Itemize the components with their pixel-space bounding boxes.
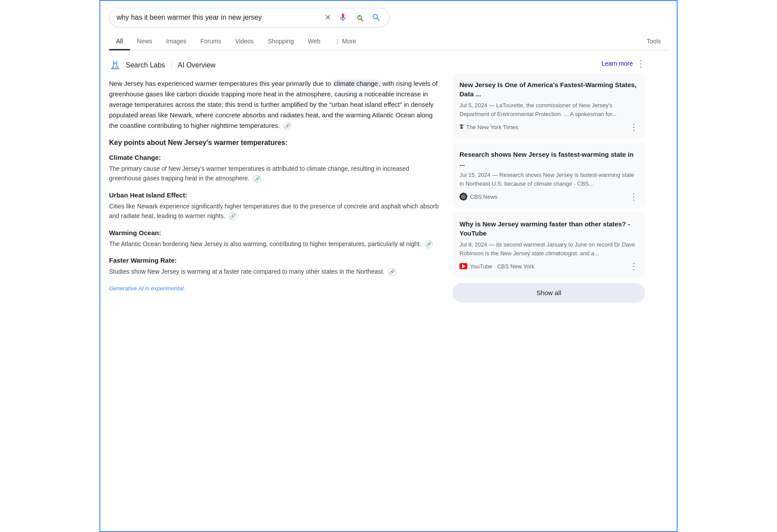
news-card-2[interactable]: Research shows New Jersey is fastest-war… xyxy=(452,143,645,208)
nav-tabs: All News Images Forums Videos Shopping W… xyxy=(109,33,668,50)
intro-source-link[interactable]: 🔗 xyxy=(283,122,291,130)
show-all-button[interactable]: Show all xyxy=(452,283,645,303)
ai-overview-title: AI Overview xyxy=(178,61,215,69)
tab-forums[interactable]: Forums xyxy=(194,33,228,50)
clear-button[interactable]: ✕ xyxy=(324,12,332,23)
ai-overview-header: Search Labs AI Overview xyxy=(109,59,442,71)
key-point-climate-change: Climate Change: The primary cause of New… xyxy=(109,154,442,183)
highlight-climate-change: climate change xyxy=(333,80,379,87)
ai-footer: Generative AI is experimental. xyxy=(109,285,442,292)
ai-intro-text: New Jersey has experienced warmer temper… xyxy=(109,78,442,131)
svg-point-2 xyxy=(359,15,360,17)
search-bar-row: ✕ xyxy=(109,8,668,27)
news-source-2: CBS News xyxy=(459,193,498,201)
microphone-button[interactable] xyxy=(337,12,349,23)
search-icon xyxy=(371,13,381,22)
key-point-3-link[interactable]: 🔗 xyxy=(425,240,433,248)
key-point-text-1: The primary cause of New Jersey's warmer… xyxy=(109,164,442,183)
key-point-2-link[interactable]: 🔗 xyxy=(229,212,237,220)
key-point-ocean: Warming Ocean: The Atlantic Ocean border… xyxy=(109,229,442,249)
yt-logo xyxy=(459,263,467,269)
lens-button[interactable] xyxy=(354,12,365,23)
key-point-title-4: Faster Warming Rate: xyxy=(109,257,442,264)
news-source-row-2: CBS News ⋮ xyxy=(459,192,638,201)
microphone-icon xyxy=(338,13,348,22)
card-2-more-button[interactable]: ⋮ xyxy=(629,192,638,201)
key-points-heading: Key points about New Jersey's warmer tem… xyxy=(109,139,442,147)
news-card-3[interactable]: Why is New Jersey warming faster than ot… xyxy=(452,212,645,278)
more-options-button[interactable]: ⋮ xyxy=(636,59,645,68)
news-source-label-2: CBS News xyxy=(470,194,498,200)
svg-point-8 xyxy=(463,196,464,197)
search-icons: ✕ xyxy=(324,12,382,23)
cbs-icon xyxy=(459,193,467,201)
svg-point-4 xyxy=(113,67,114,68)
card-3-more-button[interactable]: ⋮ xyxy=(629,262,638,271)
tab-shopping[interactable]: Shopping xyxy=(261,33,301,50)
right-panel: Learn more ⋮ New Jersey Is One of Americ… xyxy=(452,59,645,303)
tab-images[interactable]: Images xyxy=(159,33,194,50)
key-point-4-link[interactable]: 🔗 xyxy=(388,268,396,276)
key-point-text-3: The Atlantic Ocean bordering New Jersey … xyxy=(109,239,442,249)
nyt-icon: 𝕿 xyxy=(459,123,463,130)
yt-play-icon xyxy=(462,264,466,268)
right-header: Learn more ⋮ xyxy=(452,59,645,68)
news-snippet-3: Jul 9, 2024 — its second warmest January… xyxy=(459,240,638,257)
key-point-title-2: Urban Heat Island Effect: xyxy=(109,191,442,199)
news-source-1: 𝕿 The New York Times xyxy=(459,123,518,130)
news-source-row-3: YouTube · CBS New York ⋮ xyxy=(459,262,638,271)
key-point-text-2: Cities like Newark experience significan… xyxy=(109,201,442,221)
news-source-label-3: YouTube · CBS New York xyxy=(470,263,534,270)
key-point-1-link[interactable]: 🔗 xyxy=(253,175,261,183)
flask-icon xyxy=(109,59,121,71)
news-card-1[interactable]: New Jersey Is One of America's Fastest-W… xyxy=(452,73,645,138)
news-snippet-1: Jul 5, 2024 — LaTourette, the commission… xyxy=(459,101,638,118)
tab-web[interactable]: Web xyxy=(301,33,328,50)
learn-more-link[interactable]: Learn more xyxy=(601,60,633,67)
tab-all[interactable]: All xyxy=(109,33,130,50)
key-point-faster-warming: Faster Warming Rate: Studies show New Je… xyxy=(109,257,442,276)
search-input[interactable] xyxy=(117,14,324,21)
search-button[interactable] xyxy=(371,12,382,23)
tab-more[interactable]: ⋮ More xyxy=(327,33,363,50)
main-content: Search Labs AI Overview New Jersey has e… xyxy=(109,50,668,303)
page-wrapper: ✕ xyxy=(99,0,678,532)
tab-news[interactable]: News xyxy=(130,33,159,50)
tab-videos[interactable]: Videos xyxy=(228,33,261,50)
tab-tools[interactable]: Tools xyxy=(639,33,668,50)
search-bar: ✕ xyxy=(109,8,389,27)
news-title-2: Research shows New Jersey is fastest-war… xyxy=(459,150,638,168)
youtube-icon xyxy=(459,263,467,269)
key-point-text-4: Studies show New Jersey is warming at a … xyxy=(109,267,442,276)
left-panel: Search Labs AI Overview New Jersey has e… xyxy=(109,59,442,303)
card-1-more-button[interactable]: ⋮ xyxy=(629,123,638,131)
news-title-3: Why is New Jersey warming faster than ot… xyxy=(459,219,638,238)
news-source-label-1: The New York Times xyxy=(466,124,518,130)
news-snippet-2: Jul 15, 2024 — Research shows New Jersey… xyxy=(459,171,638,188)
news-title-1: New Jersey Is One of America's Fastest-W… xyxy=(459,80,638,99)
ai-brand-label: Search Labs xyxy=(126,61,165,69)
ai-separator xyxy=(171,61,172,70)
news-source-3: YouTube · CBS New York xyxy=(459,263,534,270)
key-point-urban-heat: Urban Heat Island Effect: Cities like Ne… xyxy=(109,191,442,221)
key-point-title-3: Warming Ocean: xyxy=(109,229,442,236)
google-lens-icon xyxy=(355,13,364,22)
svg-point-5 xyxy=(115,67,117,68)
news-source-row-1: 𝕿 The New York Times ⋮ xyxy=(459,123,638,131)
key-point-title-1: Climate Change: xyxy=(109,154,442,161)
